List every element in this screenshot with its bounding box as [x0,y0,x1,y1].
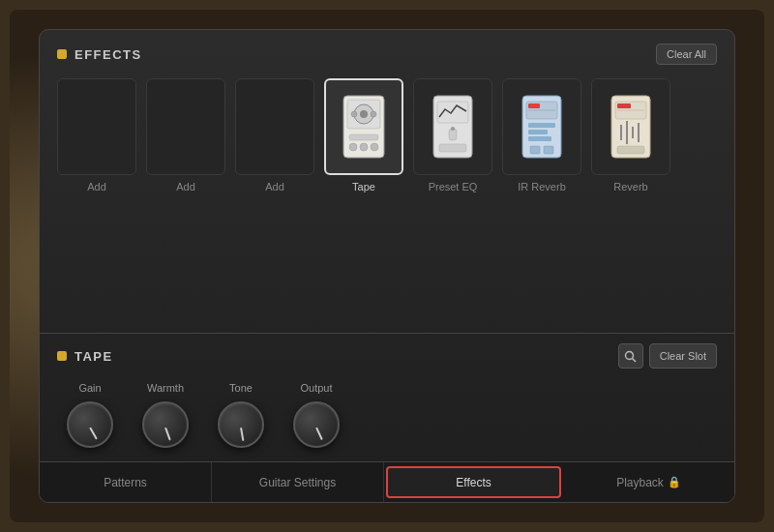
slot-box-1[interactable] [57,78,136,175]
svg-rect-22 [530,146,540,154]
warmth-label: Warmth [147,382,184,394]
warmth-knob[interactable] [142,401,189,448]
effects-section: EFFECTS Clear All Add Add Add [40,30,734,334]
slot-label-reverb: Reverb [613,181,647,192]
tape-title-group: TAPE [57,349,113,364]
effects-dot [57,49,67,59]
slot-label-eq: Preset EQ [429,181,478,192]
tone-knob-group: Tone [218,382,264,448]
svg-point-8 [360,143,368,151]
tab-effects[interactable]: Effects [386,466,561,498]
lock-icon: 🔒 [668,476,681,488]
slot-box-ir-reverb[interactable] [502,78,581,175]
search-icon [624,350,637,363]
tab-patterns[interactable]: Patterns [40,462,212,502]
effect-slot-eq: Preset EQ [413,78,492,192]
effects-header: EFFECTS Clear All [57,44,717,65]
gain-knob-group: Gain [67,382,113,448]
tape-header: TAPE Clear Slot [57,343,717,369]
slot-box-tape[interactable] [324,78,403,175]
svg-point-5 [371,111,376,117]
slot-label-3: Add [265,181,284,192]
slot-label-2: Add [176,181,195,192]
outer-wrapper: EFFECTS Clear All Add Add Add [10,10,764,522]
tab-patterns-label: Patterns [104,476,147,489]
tape-controls-right: Clear Slot [618,343,717,369]
svg-rect-21 [528,136,551,141]
effects-title-group: EFFECTS [57,47,142,62]
effect-slot-reverb: Reverb [591,78,670,192]
bottom-tabs: Patterns Guitar Settings Effects Playbac… [40,461,734,502]
effect-slot-tape: Tape [324,78,403,192]
output-label: Output [300,382,332,394]
svg-rect-23 [544,146,553,154]
output-indicator [315,428,323,441]
effect-slot-2: Add [146,78,225,192]
effect-slot-1: Add [57,78,136,192]
warmth-indicator [164,428,171,441]
svg-point-4 [351,111,357,117]
clear-slot-button[interactable]: Clear Slot [649,343,717,369]
clear-all-button[interactable]: Clear All [656,44,717,65]
tone-knob[interactable] [218,401,264,448]
tape-dot [57,351,67,361]
slot-box-eq[interactable] [413,78,492,175]
svg-point-7 [349,143,357,151]
gain-label: Gain [78,382,101,394]
svg-rect-11 [437,102,468,123]
slot-box-2[interactable] [146,78,225,175]
slot-label-1: Add [87,181,106,192]
slot-label-tape: Tape [352,181,375,192]
tape-svg-icon [342,94,386,160]
effect-slot-3: Add [235,78,314,192]
tape-section: TAPE Clear Slot Gain [40,334,734,461]
tab-playback-label: Playback [616,476,664,489]
knobs-row: Gain Warmth Tone [57,382,717,448]
slot-box-3[interactable] [235,78,314,175]
svg-point-3 [360,110,368,118]
tab-playback[interactable]: Playback 🔒 [563,462,734,502]
gain-indicator [89,428,98,440]
svg-rect-19 [528,123,555,128]
effects-title: EFFECTS [74,47,142,62]
svg-point-9 [371,143,378,151]
gain-knob[interactable] [67,401,113,448]
effect-slot-ir-reverb: IR Reverb [502,78,581,192]
tone-label: Tone [229,382,253,394]
ir-reverb-svg-icon [521,94,563,160]
svg-rect-26 [617,103,631,108]
tab-effects-label: Effects [456,476,491,489]
svg-rect-32 [617,146,644,154]
svg-rect-17 [528,103,540,108]
preset-eq-svg-icon [432,94,474,160]
tone-indicator [240,428,244,441]
svg-line-34 [633,358,637,362]
slot-label-ir-reverb: IR Reverb [518,181,566,192]
tape-search-button[interactable] [618,343,643,369]
slot-box-reverb[interactable] [591,78,670,175]
reverb-svg-icon [610,94,652,160]
tape-title: TAPE [74,349,113,364]
warmth-knob-group: Warmth [142,382,189,448]
svg-rect-14 [439,144,466,152]
output-knob-group: Output [293,382,340,448]
main-panel: EFFECTS Clear All Add Add Add [39,29,735,503]
svg-rect-6 [349,134,378,140]
svg-point-13 [451,127,455,131]
tab-guitar-settings-label: Guitar Settings [259,476,336,489]
svg-point-33 [626,351,634,359]
effects-slots: Add Add Add [57,78,717,192]
output-knob[interactable] [293,401,340,448]
tab-guitar-settings[interactable]: Guitar Settings [212,462,384,502]
svg-rect-20 [528,130,548,134]
